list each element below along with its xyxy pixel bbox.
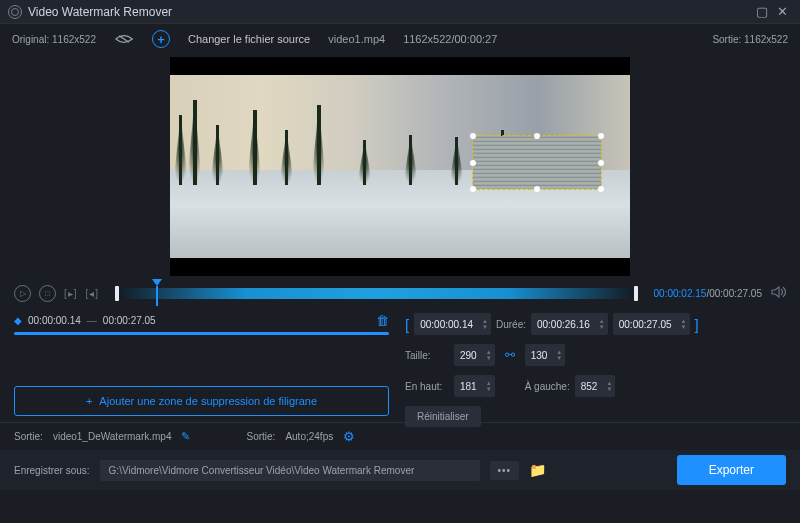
resize-handle[interactable] — [534, 186, 540, 192]
output-settings-bar: Sortie: video1_DeWatermark.mp4 ✎ Sortie:… — [0, 422, 800, 450]
width-input[interactable]: 290▲▼ — [454, 344, 495, 366]
volume-icon[interactable] — [770, 284, 786, 302]
mark-out-button[interactable]: [◂] — [86, 288, 100, 299]
app-logo-icon — [8, 5, 22, 19]
settings-panel: ◆ 00:00:00.14 — 00:00:27.05 🗑 + Ajouter … — [0, 307, 800, 422]
video-preview[interactable] — [0, 54, 800, 279]
dims-time-label: 1162x522/00:00:27 — [403, 33, 497, 45]
range-end: 00:00:27.05 — [103, 315, 156, 326]
original-dims-label: Original: 1162x522 — [12, 34, 96, 45]
timeline-scrubber[interactable] — [115, 288, 637, 299]
delete-range-icon[interactable]: 🗑 — [376, 313, 389, 328]
top-label: En haut: — [405, 381, 449, 392]
range-bar[interactable] — [14, 332, 389, 335]
resize-handle[interactable] — [470, 186, 476, 192]
header-bar: Original: 1162x522 + Changer le fichier … — [0, 24, 800, 54]
duration-label: Durée: — [496, 319, 526, 330]
visibility-toggle-icon[interactable] — [114, 32, 134, 46]
playback-controls: ▷ □ [▸] [◂] 00:00:02.15/00:00:27.05 — [0, 279, 800, 307]
edit-filename-icon[interactable]: ✎ — [181, 430, 190, 443]
format-settings-icon[interactable]: ⚙ — [343, 429, 355, 444]
height-input[interactable]: 130▲▼ — [525, 344, 566, 366]
left-input[interactable]: 852▲▼ — [575, 375, 616, 397]
start-time-input[interactable]: 00:00:00.14▲▼ — [414, 313, 491, 335]
open-folder-icon[interactable]: 📁 — [529, 462, 546, 478]
add-zone-button[interactable]: + Ajouter une zone de suppression de fil… — [14, 386, 389, 416]
add-source-icon[interactable]: + — [152, 30, 170, 48]
top-input[interactable]: 181▲▼ — [454, 375, 495, 397]
resize-handle[interactable] — [470, 160, 476, 166]
output-dims-label: Sortie: 1162x522 — [712, 34, 788, 45]
save-bar: Enregistrer sous: G:\Vidmore\Vidmore Con… — [0, 450, 800, 490]
playhead-icon[interactable] — [152, 279, 162, 286]
save-path-field[interactable]: G:\Vidmore\Vidmore Convertisseur Vidéo\V… — [100, 460, 480, 481]
resize-handle[interactable] — [470, 133, 476, 139]
stop-button[interactable]: □ — [39, 285, 56, 302]
timecode: 00:00:02.15/00:00:27.05 — [654, 288, 762, 299]
plus-icon: + — [86, 395, 92, 407]
link-aspect-icon[interactable]: ⚯ — [500, 344, 520, 366]
range-tool-icon[interactable]: ◆ — [14, 315, 22, 326]
left-label: À gauche: — [525, 381, 570, 392]
change-source-label[interactable]: Changer le fichier source — [188, 33, 310, 45]
save-as-label: Enregistrer sous: — [14, 465, 90, 476]
browse-button[interactable]: ••• — [490, 461, 520, 480]
reset-button[interactable]: Réinitialiser — [405, 406, 481, 427]
filename-label: video1.mp4 — [328, 33, 385, 45]
titlebar: Video Watermark Remover ▢ ✕ — [0, 0, 800, 24]
size-label: Taille: — [405, 350, 449, 361]
end-time-input[interactable]: 00:00:27.05▲▼ — [613, 313, 690, 335]
resize-handle[interactable] — [598, 133, 604, 139]
close-button[interactable]: ✕ — [772, 2, 792, 22]
resize-handle[interactable] — [598, 160, 604, 166]
resize-handle[interactable] — [534, 133, 540, 139]
export-button[interactable]: Exporter — [677, 455, 786, 485]
window-title: Video Watermark Remover — [28, 5, 752, 19]
resize-handle[interactable] — [598, 186, 604, 192]
output-format-label: Sortie: — [246, 431, 275, 442]
output-file-label: Sortie: — [14, 431, 43, 442]
output-filename: video1_DeWatermark.mp4 — [53, 431, 172, 442]
output-format: Auto;24fps — [285, 431, 333, 442]
play-button[interactable]: ▷ — [14, 285, 31, 302]
watermark-selection[interactable] — [472, 135, 602, 190]
range-start: 00:00:00.14 — [28, 315, 81, 326]
duration-input[interactable]: 00:00:26.16▲▼ — [531, 313, 608, 335]
bracket-right-icon[interactable]: ] — [695, 316, 699, 333]
mark-in-button[interactable]: [▸] — [64, 288, 78, 299]
minimize-button[interactable]: ▢ — [752, 2, 772, 22]
bracket-left-icon[interactable]: [ — [405, 316, 409, 333]
